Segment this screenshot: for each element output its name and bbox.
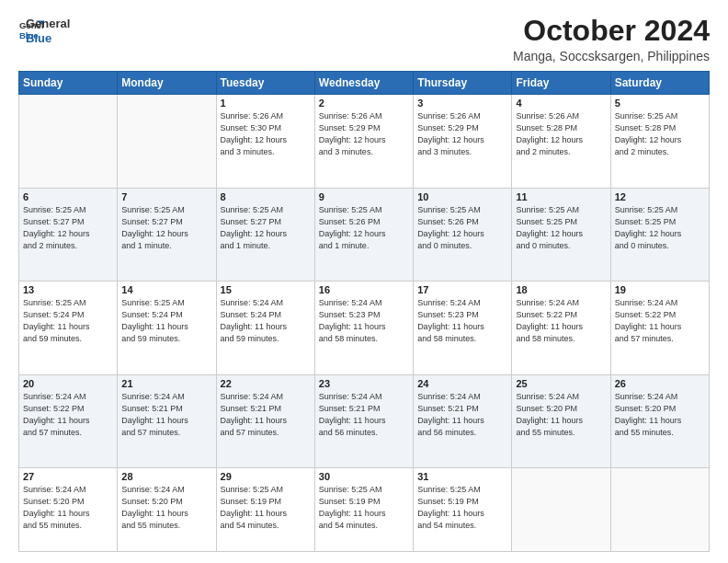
header-monday: Monday: [118, 72, 216, 95]
calendar-cell: 4Sunrise: 5:26 AM Sunset: 5:28 PM Daylig…: [512, 95, 610, 189]
day-info: Sunrise: 5:25 AM Sunset: 5:27 PM Dayligh…: [23, 204, 113, 252]
day-info: Sunrise: 5:26 AM Sunset: 5:30 PM Dayligh…: [221, 110, 311, 158]
calendar-cell: 28Sunrise: 5:24 AM Sunset: 5:20 PM Dayli…: [118, 468, 216, 552]
calendar-cell: 31Sunrise: 5:25 AM Sunset: 5:19 PM Dayli…: [414, 468, 512, 552]
calendar-cell: 26Sunrise: 5:24 AM Sunset: 5:20 PM Dayli…: [610, 374, 709, 468]
calendar-cell: 10Sunrise: 5:25 AM Sunset: 5:26 PM Dayli…: [414, 188, 512, 282]
day-info: Sunrise: 5:24 AM Sunset: 5:21 PM Dayligh…: [417, 391, 507, 439]
day-number: 2: [319, 98, 409, 109]
calendar: Sunday Monday Tuesday Wednesday Thursday…: [18, 71, 710, 552]
day-info: Sunrise: 5:26 AM Sunset: 5:29 PM Dayligh…: [417, 110, 507, 158]
calendar-cell: 22Sunrise: 5:24 AM Sunset: 5:21 PM Dayli…: [216, 374, 314, 468]
calendar-cell: 16Sunrise: 5:24 AM Sunset: 5:23 PM Dayli…: [314, 282, 413, 375]
logo-general: General: [26, 17, 70, 31]
page: General Blue General Blue October 2024 M…: [0, 0, 728, 563]
calendar-cell: 29Sunrise: 5:25 AM Sunset: 5:19 PM Dayli…: [216, 468, 314, 552]
calendar-cell: 14Sunrise: 5:25 AM Sunset: 5:24 PM Dayli…: [118, 282, 216, 375]
day-info: Sunrise: 5:24 AM Sunset: 5:22 PM Dayligh…: [23, 391, 113, 439]
day-info: Sunrise: 5:24 AM Sunset: 5:23 PM Dayligh…: [319, 297, 409, 345]
day-number: 29: [221, 471, 311, 482]
calendar-week-row: 13Sunrise: 5:25 AM Sunset: 5:24 PM Dayli…: [19, 282, 710, 375]
weekday-header-row: Sunday Monday Tuesday Wednesday Thursday…: [19, 72, 710, 95]
logo: General Blue General Blue: [18, 15, 70, 45]
day-number: 17: [417, 284, 507, 295]
day-info: Sunrise: 5:24 AM Sunset: 5:22 PM Dayligh…: [516, 297, 606, 345]
header-thursday: Thursday: [414, 72, 512, 95]
calendar-cell: 9Sunrise: 5:25 AM Sunset: 5:26 PM Daylig…: [314, 188, 413, 282]
day-info: Sunrise: 5:25 AM Sunset: 5:28 PM Dayligh…: [615, 110, 705, 158]
day-info: Sunrise: 5:24 AM Sunset: 5:20 PM Dayligh…: [516, 391, 606, 439]
day-number: 16: [319, 284, 409, 295]
calendar-week-row: 6Sunrise: 5:25 AM Sunset: 5:27 PM Daylig…: [19, 188, 710, 282]
day-info: Sunrise: 5:25 AM Sunset: 5:24 PM Dayligh…: [23, 297, 113, 345]
day-info: Sunrise: 5:24 AM Sunset: 5:20 PM Dayligh…: [615, 391, 705, 439]
day-info: Sunrise: 5:25 AM Sunset: 5:19 PM Dayligh…: [417, 484, 507, 532]
logo-blue: Blue: [26, 31, 70, 46]
day-number: 9: [319, 191, 409, 202]
header-saturday: Saturday: [610, 72, 709, 95]
day-number: 27: [23, 471, 113, 482]
day-number: 30: [319, 471, 409, 482]
day-number: 10: [417, 191, 507, 202]
day-info: Sunrise: 5:24 AM Sunset: 5:20 PM Dayligh…: [23, 484, 113, 532]
day-number: 11: [516, 191, 606, 202]
day-number: 26: [615, 378, 705, 389]
day-number: 13: [23, 284, 113, 295]
day-number: 28: [121, 471, 211, 482]
day-number: 6: [23, 191, 113, 202]
day-info: Sunrise: 5:25 AM Sunset: 5:26 PM Dayligh…: [319, 204, 409, 252]
header-wednesday: Wednesday: [314, 72, 413, 95]
calendar-cell: 7Sunrise: 5:25 AM Sunset: 5:27 PM Daylig…: [118, 188, 216, 282]
day-info: Sunrise: 5:25 AM Sunset: 5:27 PM Dayligh…: [121, 204, 211, 252]
calendar-cell: 21Sunrise: 5:24 AM Sunset: 5:21 PM Dayli…: [118, 374, 216, 468]
calendar-cell: 1Sunrise: 5:26 AM Sunset: 5:30 PM Daylig…: [216, 95, 314, 189]
location: Manga, Soccsksargen, Philippines: [513, 49, 710, 63]
day-number: 4: [516, 98, 606, 109]
day-info: Sunrise: 5:25 AM Sunset: 5:25 PM Dayligh…: [516, 204, 606, 252]
calendar-cell: 13Sunrise: 5:25 AM Sunset: 5:24 PM Dayli…: [19, 282, 118, 375]
calendar-cell: [610, 468, 709, 552]
day-info: Sunrise: 5:24 AM Sunset: 5:22 PM Dayligh…: [615, 297, 705, 345]
header-sunday: Sunday: [19, 72, 118, 95]
header-tuesday: Tuesday: [216, 72, 314, 95]
calendar-cell: 17Sunrise: 5:24 AM Sunset: 5:23 PM Dayli…: [414, 282, 512, 375]
day-info: Sunrise: 5:26 AM Sunset: 5:29 PM Dayligh…: [319, 110, 409, 158]
title-area: October 2024 Manga, Soccsksargen, Philip…: [513, 15, 710, 63]
header-friday: Friday: [512, 72, 610, 95]
day-number: 31: [417, 471, 507, 482]
calendar-cell: 2Sunrise: 5:26 AM Sunset: 5:29 PM Daylig…: [314, 95, 413, 189]
day-number: 8: [221, 191, 311, 202]
day-info: Sunrise: 5:25 AM Sunset: 5:25 PM Dayligh…: [615, 204, 705, 252]
calendar-week-row: 27Sunrise: 5:24 AM Sunset: 5:20 PM Dayli…: [19, 468, 710, 552]
day-number: 19: [615, 284, 705, 295]
day-number: 21: [121, 378, 211, 389]
calendar-cell: 11Sunrise: 5:25 AM Sunset: 5:25 PM Dayli…: [512, 188, 610, 282]
day-number: 15: [221, 284, 311, 295]
calendar-week-row: 20Sunrise: 5:24 AM Sunset: 5:22 PM Dayli…: [19, 374, 710, 468]
calendar-cell: 15Sunrise: 5:24 AM Sunset: 5:24 PM Dayli…: [216, 282, 314, 375]
calendar-cell: 3Sunrise: 5:26 AM Sunset: 5:29 PM Daylig…: [414, 95, 512, 189]
calendar-cell: 6Sunrise: 5:25 AM Sunset: 5:27 PM Daylig…: [19, 188, 118, 282]
calendar-cell: 27Sunrise: 5:24 AM Sunset: 5:20 PM Dayli…: [19, 468, 118, 552]
calendar-cell: 30Sunrise: 5:25 AM Sunset: 5:19 PM Dayli…: [314, 468, 413, 552]
day-number: 18: [516, 284, 606, 295]
day-number: 5: [615, 98, 705, 109]
day-info: Sunrise: 5:24 AM Sunset: 5:24 PM Dayligh…: [221, 297, 311, 345]
day-number: 24: [417, 378, 507, 389]
calendar-cell: 8Sunrise: 5:25 AM Sunset: 5:27 PM Daylig…: [216, 188, 314, 282]
calendar-cell: 5Sunrise: 5:25 AM Sunset: 5:28 PM Daylig…: [610, 95, 709, 189]
day-info: Sunrise: 5:25 AM Sunset: 5:24 PM Dayligh…: [121, 297, 211, 345]
day-info: Sunrise: 5:24 AM Sunset: 5:21 PM Dayligh…: [221, 391, 311, 439]
day-number: 25: [516, 378, 606, 389]
calendar-cell: 19Sunrise: 5:24 AM Sunset: 5:22 PM Dayli…: [610, 282, 709, 375]
calendar-cell: [512, 468, 610, 552]
day-number: 12: [615, 191, 705, 202]
calendar-cell: 18Sunrise: 5:24 AM Sunset: 5:22 PM Dayli…: [512, 282, 610, 375]
day-number: 3: [417, 98, 507, 109]
day-number: 20: [23, 378, 113, 389]
calendar-cell: 23Sunrise: 5:24 AM Sunset: 5:21 PM Dayli…: [314, 374, 413, 468]
calendar-cell: [19, 95, 118, 189]
day-info: Sunrise: 5:25 AM Sunset: 5:27 PM Dayligh…: [221, 204, 311, 252]
day-number: 22: [221, 378, 311, 389]
calendar-week-row: 1Sunrise: 5:26 AM Sunset: 5:30 PM Daylig…: [19, 95, 710, 189]
